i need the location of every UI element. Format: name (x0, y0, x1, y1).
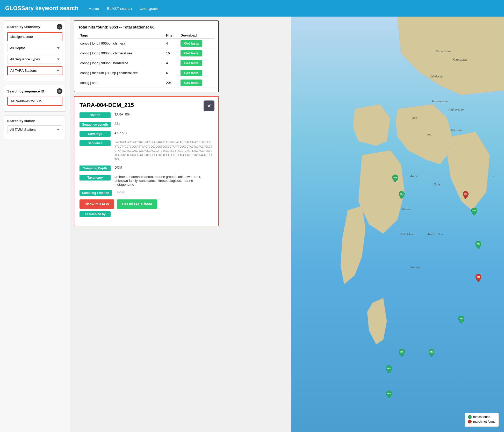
map-marker[interactable]: 058 (402, 349, 407, 357)
map-marker[interactable]: 041 (474, 208, 480, 215)
sequence-id-input[interactable] (7, 97, 62, 106)
field-value: 47.7778 (114, 131, 213, 135)
main-nav: Home BLAST search User guide (89, 6, 158, 11)
field-value: archaea, thaumarchaeota, marine group i,… (114, 175, 213, 186)
cell-download: Get fasta (178, 78, 214, 88)
sequence-types-select[interactable]: All Sequence Types contig miTAG (7, 55, 62, 63)
field-value: 0.22-3 (116, 190, 213, 194)
get-fasta-button[interactable]: Get fasta (181, 80, 202, 86)
field-label: Taxonomy (80, 175, 111, 181)
nav-userguide[interactable]: User guide (140, 6, 159, 11)
detail-actions: Show miTAGs Get miTAGs fasta (80, 199, 213, 209)
map-marker[interactable]: 042 (478, 241, 484, 249)
field-label-sequence: Sequence (80, 140, 111, 146)
svg-text:042: 042 (477, 243, 480, 245)
get-mitags-button[interactable]: Get miTAGs fasta (117, 199, 157, 209)
table-row: contig | long | 900bp | chimera 4 Get fa… (78, 39, 214, 48)
get-fasta-button[interactable]: Get fasta (181, 60, 202, 66)
close-button[interactable]: ✕ (204, 100, 214, 111)
map-legend: match found match not found (465, 413, 499, 427)
taxonomy-input[interactable] (7, 32, 62, 41)
detail-title: TARA-004-DCM_215 (80, 102, 213, 109)
detail-field-row: Station TARA_004 (80, 112, 213, 118)
field-value: DCM (114, 165, 213, 169)
cell-tags: contig | medium | 800bp | chimeraFree (78, 68, 164, 78)
nav-blast[interactable]: BLAST search (107, 6, 132, 11)
detail-field-row: Sequence Length 231 (80, 122, 213, 127)
stations-select-a[interactable]: All TARA Stations (7, 66, 62, 75)
field-value: 231 (114, 122, 213, 126)
field-label: Coverage (80, 131, 111, 137)
col-download: Download (178, 32, 214, 39)
section-b-label: Search by sequence ID (7, 89, 44, 93)
section-b-badge: B (57, 88, 62, 94)
section-station-header: Search by station (7, 119, 62, 123)
svg-text:064: 064 (387, 392, 391, 395)
section-taxonomy-header: Search by taxonomy A (7, 24, 62, 30)
svg-marker-4 (367, 298, 387, 344)
field-value: TARA_004 (114, 112, 213, 116)
svg-text:034: 034 (400, 193, 404, 195)
section-station-label: Search by station (7, 119, 35, 123)
map-marker[interactable]: 034 (402, 191, 407, 199)
svg-text:041: 041 (472, 210, 476, 212)
svg-text:046: 046 (477, 276, 480, 278)
col-tags: Tags (78, 32, 164, 39)
col-hits: Hits (164, 32, 178, 39)
svg-marker-3 (341, 206, 365, 284)
get-fasta-button[interactable]: Get fasta (181, 40, 202, 47)
detail-field-row: Taxonomy archaea, thaumarchaeota, marine… (80, 175, 213, 186)
svg-marker-5 (398, 17, 504, 95)
cell-hits: 4 (164, 58, 178, 68)
cell-tags: contig | short (78, 78, 164, 88)
section-b-header: Search by sequence ID B (7, 88, 62, 94)
map-marker[interactable]: 048 (461, 316, 467, 323)
map-marker[interactable]: 046 (478, 274, 484, 282)
field-label: Sampling Fraction (80, 190, 112, 196)
cell-download: Get fasta (178, 39, 214, 48)
detail-field-row: Sequence CATTGCAGCCCGCGTGTGGCCCCAGAGTTTC… (80, 140, 213, 162)
cell-hits: 16 (164, 48, 178, 58)
table-row: contig | long | 900bp | borderline 4 Get… (78, 58, 214, 68)
sidebar: Search by taxonomy A All Depths SRF DCM … (0, 17, 70, 432)
map-area: KazakhstanUzbekistanKyrgyzstanTurkmenist… (291, 17, 504, 432)
map-marker[interactable]: 039 (466, 191, 471, 199)
legend-match-not-found-label: match not found (473, 420, 495, 423)
map-marker[interactable]: 052 (431, 349, 437, 357)
table-row: contig | long | 900bp | chimeraFree 16 G… (78, 48, 214, 58)
map-background: KazakhstanUzbekistanKyrgyzstanTurkmenist… (291, 17, 504, 432)
cell-tags: contig | long | 900bp | borderline (78, 58, 164, 68)
legend-match-found: match found (468, 415, 495, 419)
content-area: Total hits found: 9853 -- Total stations… (70, 17, 291, 432)
depths-select[interactable]: All Depths SRF DCM MES (7, 44, 62, 52)
cell-hits: 204 (164, 78, 178, 88)
assembled-by-label: Assembled by (80, 211, 111, 217)
header: GLOSSary keyword search Home BLAST searc… (0, 0, 504, 17)
field-label: Station (80, 112, 111, 118)
svg-marker-0 (358, 150, 405, 234)
svg-text:058: 058 (400, 351, 404, 353)
get-fasta-button[interactable]: Get fasta (181, 50, 202, 56)
cell-tags: contig | long | 900bp | chimeraFree (78, 48, 164, 58)
results-title: Total hits found: 9853 -- Total stations… (78, 25, 214, 29)
legend-green-dot (468, 415, 472, 419)
show-mitags-button[interactable]: Show miTAGs (80, 199, 114, 209)
map-marker[interactable]: 062 (389, 365, 395, 373)
cell-download: Get fasta (178, 48, 214, 58)
nav-home[interactable]: Home (89, 6, 99, 11)
section-taxonomy-label: Search by taxonomy (7, 25, 40, 29)
cell-hits: 4 (164, 39, 178, 48)
get-fasta-button[interactable]: Get fasta (181, 70, 202, 76)
detail-field-row: Sampling Fraction 0.22-3 (80, 190, 213, 196)
field-label: Sampling Depth (80, 165, 111, 171)
stations-select-b[interactable]: All TARA Stations (7, 125, 62, 134)
svg-text:048: 048 (460, 318, 463, 320)
legend-red-dot (468, 420, 472, 423)
map-marker[interactable]: 064 (389, 391, 395, 398)
table-row: contig | short 204 Get fasta (78, 78, 214, 88)
detail-field-row: Coverage 47.7778 (80, 131, 213, 137)
main-layout: Search by taxonomy A All Depths SRF DCM … (0, 17, 504, 432)
svg-marker-1 (396, 104, 454, 164)
svg-text:052: 052 (430, 351, 433, 353)
map-marker[interactable]: 033 (395, 175, 401, 182)
